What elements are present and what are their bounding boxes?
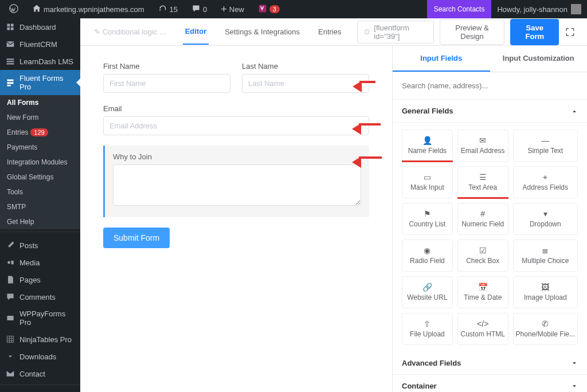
submenu-payments[interactable]: Payments [0, 140, 80, 155]
save-form-button[interactable]: Save Form [510, 19, 559, 45]
panel-tab-input-fields[interactable]: Input Fields [393, 46, 490, 72]
new-content[interactable]: +New [216, 0, 249, 18]
field-textarea[interactable]: ☰Text Area [457, 166, 508, 198]
shortcode-display[interactable]: [fluentform id="39"] [357, 21, 433, 44]
image-icon: 🖼 [541, 283, 549, 291]
updates[interactable]: 15 [154, 0, 182, 18]
text-icon: — [541, 136, 549, 144]
comments-count[interactable]: 0 [187, 0, 212, 18]
submenu-smtp[interactable]: SMTP [0, 199, 80, 214]
mask-icon: ▭ [424, 173, 431, 181]
menu-media[interactable]: Media [0, 254, 80, 271]
site-name[interactable]: marketing.wpninjathemes.com [28, 0, 149, 18]
first-name-input[interactable] [103, 74, 230, 93]
fields-panel: Input Fields Input Customization General… [392, 46, 587, 392]
field-image[interactable]: 🖼Image Upload [513, 276, 578, 308]
section-advanced-fields[interactable]: Advanced Fields [393, 352, 587, 375]
menu-comments[interactable]: Comments [0, 288, 80, 305]
first-name-label: First Name [103, 62, 230, 70]
field-html[interactable]: </>Custom HTML [457, 313, 508, 345]
field-text[interactable]: —Simple Text [513, 130, 578, 162]
wp-admin-bar: marketing.wpninjathemes.com 15 0 +New 3 … [0, 0, 587, 18]
menu-learndash[interactable]: LearnDash LMS [0, 53, 80, 70]
field-country[interactable]: ⚑Country List [402, 203, 453, 235]
submenu-all-forms[interactable]: All Forms [0, 95, 80, 110]
main-content: ✎ Conditional logic … Editor Settings & … [80, 18, 587, 392]
last-name-label: Last Name [242, 62, 369, 70]
field-mask[interactable]: ▭Mask Input [402, 166, 453, 198]
menu-fluentcrm[interactable]: FluentCRM [0, 36, 80, 53]
textarea-icon: ☰ [479, 173, 487, 181]
envelope-icon: ✉ [479, 136, 486, 144]
field-date[interactable]: 📅Time & Date [457, 276, 508, 308]
email-input[interactable] [103, 116, 369, 135]
submenu-new-form[interactable]: New Form [0, 110, 80, 125]
section-container[interactable]: Container [393, 375, 587, 392]
menu-pages[interactable]: Pages [0, 271, 80, 288]
search-contacts-button[interactable]: Search Contacts [427, 0, 492, 18]
why-textarea[interactable] [113, 164, 361, 206]
panel-tab-customization[interactable]: Input Customization [490, 46, 588, 72]
admin-sidebar: Dashboard FluentCRM LearnDash LMS Fluent… [0, 18, 80, 392]
code-icon: </> [477, 320, 488, 328]
tab-settings[interactable]: Settings & Integrations [222, 19, 302, 44]
pin-icon: ⌖ [543, 173, 547, 181]
submenu-entries[interactable]: Entries129 [0, 125, 80, 140]
field-dropdown[interactable]: ▾Dropdown [513, 203, 578, 235]
fullscreen-icon[interactable] [565, 26, 576, 38]
selected-field-textarea[interactable]: Why to Join [103, 146, 369, 217]
menu-posts[interactable]: Posts [0, 237, 80, 254]
section-general-fields[interactable]: General Fields [393, 100, 587, 123]
submit-button[interactable]: Submit Form [103, 228, 170, 248]
dropdown-icon: ▾ [543, 210, 547, 218]
user-icon: 👤 [422, 136, 432, 144]
menu-woocommerce[interactable]: wooWooCommerce [0, 390, 80, 392]
field-phone[interactable]: ✆Phone/Mobile Fie... [513, 313, 578, 345]
form-editor-topbar: ✎ Conditional logic … Editor Settings & … [80, 18, 587, 46]
email-label: Email [103, 104, 369, 113]
flag-icon: ⚑ [424, 210, 431, 218]
why-label: Why to Join [113, 152, 361, 161]
phone-icon: ✆ [542, 320, 549, 328]
field-numeric[interactable]: #Numeric Field [457, 203, 508, 235]
hash-icon: # [480, 210, 485, 218]
field-search-wrap [393, 72, 587, 100]
field-multiple[interactable]: ≣Multiple Choice [513, 240, 578, 272]
wp-logo[interactable] [5, 0, 23, 18]
field-name[interactable]: 👤Name Fields [402, 130, 453, 162]
field-radio[interactable]: ◉Radio Field [402, 240, 453, 272]
submenu-integration[interactable]: Integration Modules [0, 155, 80, 170]
field-url[interactable]: 🔗Website URL [402, 276, 453, 308]
general-fields-grid: 👤Name Fields ✉Email Address —Simple Text… [393, 123, 587, 352]
account-menu[interactable]: Howdy, jolly-shannon [491, 4, 587, 14]
field-search-input[interactable] [401, 79, 579, 92]
form-canvas: First Name Last Name Email Why to Join S… [80, 46, 392, 392]
link-icon: 🔗 [422, 283, 432, 291]
menu-fluentforms[interactable]: Fluent Forms Pro [0, 70, 80, 95]
submenu-tools[interactable]: Tools [0, 185, 80, 199]
avatar [571, 4, 581, 14]
last-name-input[interactable] [242, 74, 369, 93]
preview-button[interactable]: Preview & Design [440, 19, 505, 45]
submenu-global[interactable]: Global Settings [0, 170, 80, 185]
calendar-icon: 📅 [478, 283, 488, 291]
tab-entries[interactable]: Entries [316, 19, 343, 44]
menu-downloads[interactable]: Downloads [0, 348, 80, 365]
list-icon: ≣ [542, 246, 549, 254]
yoast[interactable]: 3 [253, 0, 284, 18]
field-address[interactable]: ⌖Address Fields [513, 166, 578, 198]
upload-icon: ⇧ [424, 320, 431, 328]
menu-wppayforms[interactable]: WPPayForms Pro [0, 305, 80, 331]
submenu-help[interactable]: Get Help [0, 214, 80, 229]
tab-editor[interactable]: Editor [183, 19, 209, 45]
field-checkbox[interactable]: ☑Check Box [457, 240, 508, 272]
tab-conditional-logic[interactable]: ✎ Conditional logic … [92, 19, 169, 44]
field-file[interactable]: ⇧File Upload [402, 313, 453, 345]
menu-ninjatables[interactable]: NinjaTables Pro [0, 331, 80, 348]
check-icon: ☑ [479, 246, 487, 254]
menu-contact[interactable]: Contact [0, 365, 80, 382]
field-email[interactable]: ✉Email Address [457, 130, 508, 162]
fluentforms-submenu: All Forms New Form Entries129 Payments I… [0, 95, 80, 229]
radio-icon: ◉ [424, 246, 431, 254]
menu-dashboard[interactable]: Dashboard [0, 18, 80, 36]
